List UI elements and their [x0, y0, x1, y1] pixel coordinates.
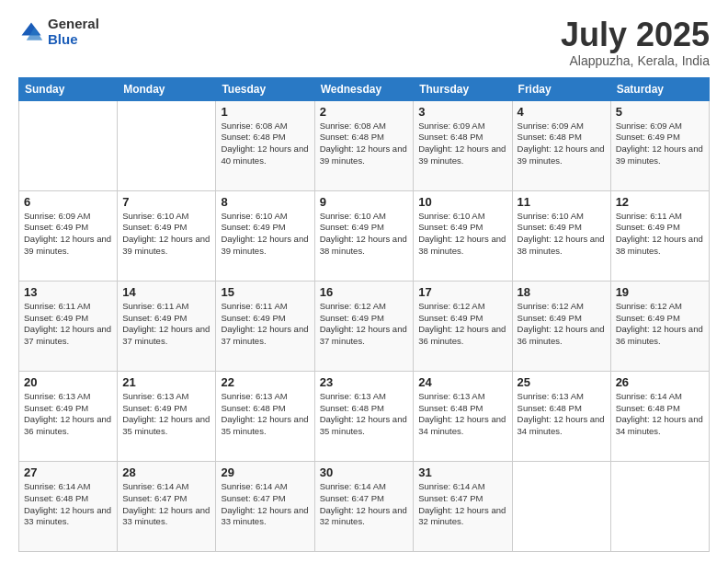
- day-number: 7: [122, 195, 210, 209]
- logo-blue: Blue: [48, 32, 99, 48]
- day-info: Sunrise: 6:13 AM Sunset: 6:49 PM Dayligh…: [122, 391, 210, 438]
- day-number: 26: [616, 375, 704, 389]
- calendar-header: SundayMondayTuesdayWednesdayThursdayFrid…: [19, 77, 710, 100]
- day-info: Sunrise: 6:11 AM Sunset: 6:49 PM Dayligh…: [616, 211, 704, 258]
- day-number: 12: [616, 195, 704, 209]
- calendar-cell: 13Sunrise: 6:11 AM Sunset: 6:49 PM Dayli…: [19, 281, 118, 371]
- day-info: Sunrise: 6:12 AM Sunset: 6:49 PM Dayligh…: [418, 301, 506, 348]
- day-number: 30: [320, 465, 409, 479]
- day-number: 27: [24, 465, 112, 479]
- day-number: 16: [320, 285, 409, 299]
- calendar-cell: 8Sunrise: 6:10 AM Sunset: 6:49 PM Daylig…: [216, 190, 314, 281]
- calendar-cell: 27Sunrise: 6:14 AM Sunset: 6:48 PM Dayli…: [19, 461, 118, 551]
- calendar-cell: 19Sunrise: 6:12 AM Sunset: 6:49 PM Dayli…: [610, 281, 709, 371]
- day-number: 14: [122, 285, 210, 299]
- day-number: 23: [320, 375, 409, 389]
- day-info: Sunrise: 6:12 AM Sunset: 6:49 PM Dayligh…: [320, 301, 409, 348]
- day-number: 25: [518, 375, 606, 389]
- calendar-cell: 22Sunrise: 6:13 AM Sunset: 6:48 PM Dayli…: [216, 371, 314, 461]
- day-info: Sunrise: 6:10 AM Sunset: 6:49 PM Dayligh…: [518, 211, 606, 258]
- calendar-cell: 23Sunrise: 6:13 AM Sunset: 6:48 PM Dayli…: [314, 371, 414, 461]
- day-info: Sunrise: 6:10 AM Sunset: 6:49 PM Dayligh…: [221, 211, 309, 258]
- calendar-cell: 26Sunrise: 6:14 AM Sunset: 6:48 PM Dayli…: [610, 371, 709, 461]
- calendar-cell: 5Sunrise: 6:09 AM Sunset: 6:49 PM Daylig…: [610, 100, 709, 190]
- day-info: Sunrise: 6:14 AM Sunset: 6:48 PM Dayligh…: [616, 391, 704, 438]
- day-number: 4: [518, 105, 606, 119]
- calendar-cell: 1Sunrise: 6:08 AM Sunset: 6:48 PM Daylig…: [216, 100, 314, 190]
- calendar-cell: 7Sunrise: 6:10 AM Sunset: 6:49 PM Daylig…: [118, 190, 216, 281]
- day-number: 8: [221, 195, 309, 209]
- location-subtitle: Alappuzha, Kerala, India: [561, 53, 710, 68]
- logo: General Blue: [18, 17, 99, 47]
- weekday-header-monday: Monday: [118, 77, 216, 100]
- day-number: 6: [24, 195, 112, 209]
- calendar-cell: 20Sunrise: 6:13 AM Sunset: 6:49 PM Dayli…: [19, 371, 118, 461]
- day-info: Sunrise: 6:08 AM Sunset: 6:48 PM Dayligh…: [320, 121, 409, 167]
- day-info: Sunrise: 6:10 AM Sunset: 6:49 PM Dayligh…: [122, 211, 210, 258]
- day-number: 24: [418, 375, 506, 389]
- calendar-cell: 18Sunrise: 6:12 AM Sunset: 6:49 PM Dayli…: [512, 281, 610, 371]
- day-info: Sunrise: 6:13 AM Sunset: 6:48 PM Dayligh…: [518, 391, 606, 438]
- calendar-cell: 4Sunrise: 6:09 AM Sunset: 6:48 PM Daylig…: [512, 100, 610, 190]
- calendar-week-1: 1Sunrise: 6:08 AM Sunset: 6:48 PM Daylig…: [19, 100, 710, 190]
- day-number: 3: [418, 105, 506, 119]
- calendar-cell: 9Sunrise: 6:10 AM Sunset: 6:49 PM Daylig…: [314, 190, 414, 281]
- calendar-cell: 28Sunrise: 6:14 AM Sunset: 6:47 PM Dayli…: [118, 461, 216, 551]
- day-info: Sunrise: 6:11 AM Sunset: 6:49 PM Dayligh…: [24, 301, 112, 348]
- weekday-header-friday: Friday: [512, 77, 610, 100]
- day-number: 17: [418, 285, 506, 299]
- calendar-cell: 30Sunrise: 6:14 AM Sunset: 6:47 PM Dayli…: [314, 461, 414, 551]
- day-info: Sunrise: 6:09 AM Sunset: 6:49 PM Dayligh…: [616, 121, 704, 167]
- calendar-cell: 29Sunrise: 6:14 AM Sunset: 6:47 PM Dayli…: [216, 461, 314, 551]
- calendar-body: 1Sunrise: 6:08 AM Sunset: 6:48 PM Daylig…: [19, 100, 710, 551]
- weekday-header-saturday: Saturday: [610, 77, 709, 100]
- day-number: 21: [122, 375, 210, 389]
- calendar-cell: 31Sunrise: 6:14 AM Sunset: 6:47 PM Dayli…: [414, 461, 512, 551]
- calendar-cell: [118, 100, 216, 190]
- day-info: Sunrise: 6:10 AM Sunset: 6:49 PM Dayligh…: [320, 211, 409, 258]
- weekday-header-sunday: Sunday: [19, 77, 118, 100]
- day-info: Sunrise: 6:14 AM Sunset: 6:47 PM Dayligh…: [320, 481, 409, 528]
- day-info: Sunrise: 6:13 AM Sunset: 6:48 PM Dayligh…: [320, 391, 409, 438]
- day-info: Sunrise: 6:09 AM Sunset: 6:48 PM Dayligh…: [418, 121, 506, 167]
- calendar-cell: 11Sunrise: 6:10 AM Sunset: 6:49 PM Dayli…: [512, 190, 610, 281]
- calendar-cell: 21Sunrise: 6:13 AM Sunset: 6:49 PM Dayli…: [118, 371, 216, 461]
- calendar-week-2: 6Sunrise: 6:09 AM Sunset: 6:49 PM Daylig…: [19, 190, 710, 281]
- day-info: Sunrise: 6:13 AM Sunset: 6:48 PM Dayligh…: [418, 391, 506, 438]
- day-number: 5: [616, 105, 704, 119]
- calendar-cell: 16Sunrise: 6:12 AM Sunset: 6:49 PM Dayli…: [314, 281, 414, 371]
- calendar-cell: 14Sunrise: 6:11 AM Sunset: 6:49 PM Dayli…: [118, 281, 216, 371]
- day-info: Sunrise: 6:12 AM Sunset: 6:49 PM Dayligh…: [616, 301, 704, 348]
- day-number: 10: [418, 195, 506, 209]
- day-info: Sunrise: 6:13 AM Sunset: 6:49 PM Dayligh…: [24, 391, 112, 438]
- calendar-cell: 6Sunrise: 6:09 AM Sunset: 6:49 PM Daylig…: [19, 190, 118, 281]
- logo-icon: [18, 19, 44, 45]
- day-info: Sunrise: 6:10 AM Sunset: 6:49 PM Dayligh…: [418, 211, 506, 258]
- calendar-cell: 10Sunrise: 6:10 AM Sunset: 6:49 PM Dayli…: [414, 190, 512, 281]
- calendar: SundayMondayTuesdayWednesdayThursdayFrid…: [18, 77, 710, 552]
- day-info: Sunrise: 6:14 AM Sunset: 6:47 PM Dayligh…: [221, 481, 309, 528]
- calendar-cell: 15Sunrise: 6:11 AM Sunset: 6:49 PM Dayli…: [216, 281, 314, 371]
- day-number: 29: [221, 465, 309, 479]
- day-number: 1: [221, 105, 309, 119]
- calendar-cell: 24Sunrise: 6:13 AM Sunset: 6:48 PM Dayli…: [414, 371, 512, 461]
- top-bar: General Blue July 2025 Alappuzha, Kerala…: [18, 17, 710, 68]
- weekday-header-wednesday: Wednesday: [314, 77, 414, 100]
- day-info: Sunrise: 6:11 AM Sunset: 6:49 PM Dayligh…: [122, 301, 210, 348]
- logo-text: General Blue: [48, 17, 99, 47]
- day-info: Sunrise: 6:12 AM Sunset: 6:49 PM Dayligh…: [518, 301, 606, 348]
- day-number: 18: [518, 285, 606, 299]
- day-number: 15: [221, 285, 309, 299]
- day-number: 13: [24, 285, 112, 299]
- day-info: Sunrise: 6:08 AM Sunset: 6:48 PM Dayligh…: [221, 121, 309, 167]
- calendar-cell: [610, 461, 709, 551]
- calendar-cell: 25Sunrise: 6:13 AM Sunset: 6:48 PM Dayli…: [512, 371, 610, 461]
- calendar-week-4: 20Sunrise: 6:13 AM Sunset: 6:49 PM Dayli…: [19, 371, 710, 461]
- weekday-header-thursday: Thursday: [414, 77, 512, 100]
- day-number: 9: [320, 195, 409, 209]
- day-number: 28: [122, 465, 210, 479]
- day-info: Sunrise: 6:14 AM Sunset: 6:47 PM Dayligh…: [418, 481, 506, 528]
- day-info: Sunrise: 6:09 AM Sunset: 6:49 PM Dayligh…: [24, 211, 112, 258]
- day-info: Sunrise: 6:14 AM Sunset: 6:47 PM Dayligh…: [122, 481, 210, 528]
- day-info: Sunrise: 6:11 AM Sunset: 6:49 PM Dayligh…: [221, 301, 309, 348]
